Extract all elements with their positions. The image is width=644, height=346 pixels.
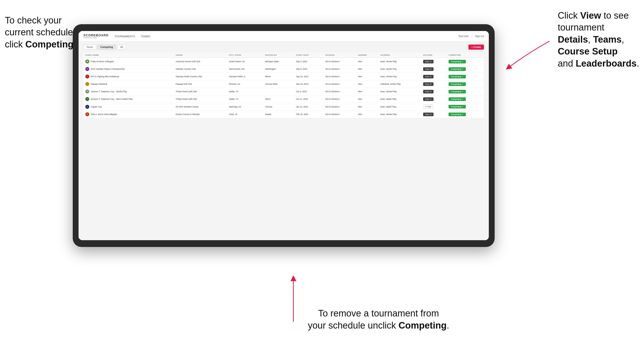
- competing-button[interactable]: Competing ✓: [448, 67, 466, 71]
- annotation-b-line1: To remove a tournament from: [318, 308, 439, 318]
- cell-division: NCAA Division I: [324, 80, 356, 88]
- table-row: IOFCC Fighting Illini InvitationalOlympi…: [84, 73, 484, 80]
- nav-link-teams[interactable]: TEAMS: [141, 35, 150, 38]
- competing-button[interactable]: Competing ✓: [448, 97, 466, 101]
- cell-competing: Competing ✓: [447, 88, 484, 95]
- view-button[interactable]: View ⊙: [423, 90, 434, 93]
- cell-scoring: individual, Stroke Play: [378, 80, 421, 88]
- competing-button[interactable]: Competing ✓: [448, 60, 466, 63]
- cell-event-name: 🌟Folds of Honor Collegiate: [84, 58, 174, 65]
- annotation-tr-bold4: Course Setup: [558, 46, 618, 56]
- nav-link-tournaments[interactable]: TOURNAMENTS: [114, 35, 135, 38]
- col-scoring: SCORING: [378, 52, 421, 58]
- annotation-tr-bold3: Teams: [593, 34, 622, 44]
- tab-all[interactable]: All: [117, 44, 126, 50]
- cell-action: View ⊙: [421, 88, 447, 95]
- cell-competing: Competing ✓: [447, 58, 484, 65]
- cell-city: Lihue, HI: [227, 111, 263, 118]
- competing-button[interactable]: Competing ✓: [448, 75, 466, 78]
- nav-logo-sub: Powered by clippi: [84, 37, 109, 39]
- cell-venue: Papago Golf Club: [174, 80, 227, 88]
- annotation-tr-bold5: Leaderboards: [576, 58, 636, 68]
- annotation-tr-line2: to see: [601, 10, 629, 20]
- filter-tabs: Home Competing All: [84, 44, 126, 50]
- cell-division: NCAA Division I: [324, 103, 356, 111]
- arrow-right-top: [503, 39, 552, 70]
- cell-city: Dallas, TX: [227, 95, 263, 103]
- nav-sign-out[interactable]: Sign out: [475, 35, 484, 37]
- cell-city: Sammamish, WA: [227, 65, 263, 73]
- annotation-tr-line3: tournament: [558, 22, 604, 32]
- cell-competing: Competing ✓: [447, 111, 484, 118]
- nav-logo: SCOREBOARD Powered by clippi: [84, 34, 109, 39]
- view-button[interactable]: View ⊙: [423, 82, 434, 86]
- cell-gender: Men: [356, 58, 378, 65]
- edit-button[interactable]: ✏ Edit: [423, 105, 433, 109]
- cell-city: Grand Haven, MI: [227, 58, 263, 65]
- annotation-tr-bold1: View: [580, 10, 601, 20]
- cell-start_date: Sep 15, 2023: [294, 73, 324, 80]
- nav-links: TOURNAMENTS TEAMS: [114, 35, 458, 38]
- table-row: ACopper CupAk-Chin Southern DunesMaricop…: [84, 103, 484, 111]
- cell-gender: Men: [356, 111, 378, 118]
- col-competing: COMPETING: [447, 52, 484, 58]
- cell-hosted: Arizona: [263, 103, 294, 111]
- view-button[interactable]: View ⊙: [423, 67, 434, 71]
- tablet-frame: SCOREBOARD Powered by clippi TOURNAMENTS…: [73, 24, 495, 247]
- cell-venue: Sahalee Country Club: [174, 65, 227, 73]
- cell-division: NCAA Division I: [324, 111, 356, 118]
- cell-scoring: team, Match Play: [378, 103, 421, 111]
- annotation-tr-and: and: [558, 58, 576, 68]
- nav-bar: SCOREBOARD Powered by clippi TOURNAMENTS…: [78, 31, 489, 42]
- cell-gender: Men: [356, 103, 378, 111]
- view-button[interactable]: View ⊙: [423, 60, 434, 63]
- cell-scoring: team, Stroke Play: [378, 65, 421, 73]
- cell-hosted: [263, 88, 294, 95]
- annotation-bold: Competing: [25, 39, 73, 49]
- cell-action: View ⊙: [421, 95, 447, 103]
- table-row: 🏌Papago IndividualPapago Golf ClubPhoeni…: [84, 80, 484, 88]
- view-button[interactable]: View ⊙: [423, 97, 434, 101]
- cell-start_date: Jan 14, 2024: [294, 103, 324, 111]
- col-division: DIVISION: [324, 52, 356, 58]
- col-event-name: EVENT NAME: [84, 52, 174, 58]
- cell-hosted: ABAC: [263, 95, 294, 103]
- competing-button[interactable]: Competing ✓: [448, 105, 466, 109]
- competing-button[interactable]: Competing ✓: [448, 90, 466, 93]
- cell-start_date: Sep 18, 2023: [294, 80, 324, 88]
- annotation-b-period: .: [447, 320, 449, 331]
- annotation-tr-line1: Click: [558, 10, 580, 20]
- cell-event-name: HJohn A. Burns Intercollegiate: [84, 111, 174, 118]
- cell-hosted: Michigan State: [263, 58, 294, 65]
- cell-competing: Competing ✓: [447, 80, 484, 88]
- nav-logo-title: SCOREBOARD: [84, 34, 109, 37]
- annotation-line3: click: [5, 39, 25, 49]
- tab-home[interactable]: Home: [84, 44, 96, 50]
- table-header-row: EVENT NAME VENUE CITY, STATE HOSTED BY S…: [84, 52, 484, 58]
- cell-action: View ⊙: [421, 65, 447, 73]
- cell-start_date: Feb 15, 2024: [294, 111, 324, 118]
- table-row: ⚙Jackson T. Stephens Cup – Stroke PlayTr…: [84, 88, 484, 95]
- main-content: Home Competing All + Create EVENT NAME V…: [78, 42, 489, 240]
- competing-button[interactable]: Competing ✓: [448, 113, 466, 116]
- cell-gender: Men: [356, 80, 378, 88]
- annotation-line2: current schedule,: [5, 27, 76, 37]
- create-button[interactable]: + Create: [468, 44, 484, 50]
- cell-hosted: Illinois: [263, 73, 294, 80]
- table-header: EVENT NAME VENUE CITY, STATE HOSTED BY S…: [84, 52, 484, 58]
- cell-gender: Men: [356, 95, 378, 103]
- view-button[interactable]: View ⊙: [423, 113, 434, 116]
- col-actions: ACTIONS: [421, 52, 447, 58]
- cell-venue: Olympia Fields Country Club: [174, 73, 227, 80]
- cell-gender: Men: [356, 65, 378, 73]
- nav-user: Test User: [458, 35, 468, 37]
- cell-event-name: 🏌Papago Individual: [84, 80, 174, 88]
- competing-button[interactable]: Competing ✓: [448, 82, 466, 86]
- view-button[interactable]: View ⊙: [423, 75, 434, 78]
- tab-competing[interactable]: Competing: [97, 44, 116, 50]
- cell-start_date: Sep 9, 2023: [294, 65, 324, 73]
- cell-start_date: Sep 4, 2023: [294, 58, 324, 65]
- cell-city: Maricopa, AZ: [227, 103, 263, 111]
- cell-action: View ⊙: [421, 73, 447, 80]
- cell-action: View ⊙: [421, 80, 447, 88]
